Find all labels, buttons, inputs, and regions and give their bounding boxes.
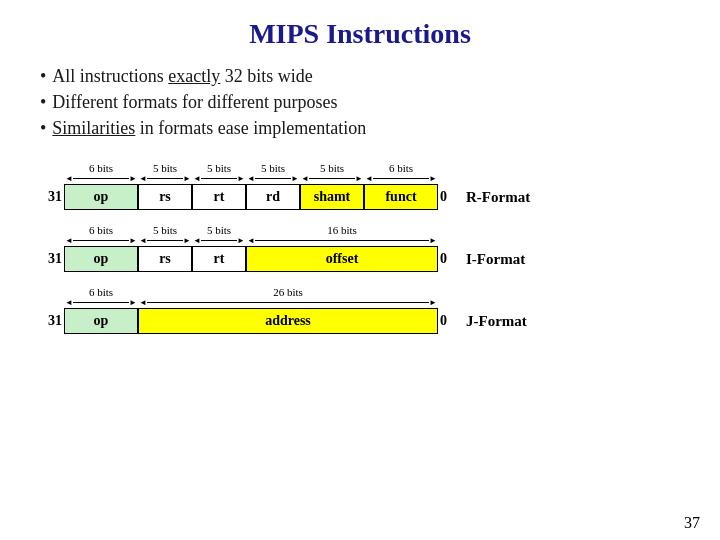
r-field-funct: funct bbox=[364, 184, 438, 210]
r-format-row: 6 bits ◄► 5 bits ◄► 5 bits ◄► bbox=[40, 162, 680, 210]
page-number: 37 bbox=[684, 514, 700, 532]
r-field-op: op bbox=[64, 184, 138, 210]
bullet-dot-1: • bbox=[40, 66, 46, 87]
bullet-text-2: Different formats for different purposes bbox=[52, 92, 337, 113]
r-num-0: 0 bbox=[440, 189, 456, 205]
i-field-rt: rt bbox=[192, 246, 246, 272]
r-bits-rd: 5 bits bbox=[261, 162, 285, 174]
page-title: MIPS Instructions bbox=[30, 18, 690, 50]
r-field-rt: rt bbox=[192, 184, 246, 210]
j-bits-op: 6 bits bbox=[89, 286, 113, 298]
bullet-text-1: All instructions exactly 32 bits wide bbox=[52, 66, 312, 87]
i-bits-op: 6 bits bbox=[89, 224, 113, 236]
r-bits-op: 6 bits bbox=[89, 162, 113, 174]
r-field-rs: rs bbox=[138, 184, 192, 210]
r-bits-shamt: 5 bits bbox=[320, 162, 344, 174]
i-bits-rt: 5 bits bbox=[207, 224, 231, 236]
i-format-fields: 31 op rs rt offset 0 I-Format bbox=[40, 246, 680, 272]
j-format-fields: 31 op address 0 J-Format bbox=[40, 308, 680, 334]
formats-area: 6 bits ◄► 5 bits ◄► 5 bits ◄► bbox=[40, 162, 680, 336]
r-format-label: R-Format bbox=[466, 189, 530, 206]
j-bits-address: 26 bits bbox=[273, 286, 303, 298]
j-num-0: 0 bbox=[440, 313, 456, 329]
i-num-31: 31 bbox=[40, 251, 62, 267]
r-field-rd: rd bbox=[246, 184, 300, 210]
r-bits-rt: 5 bits bbox=[207, 162, 231, 174]
j-format-label: J-Format bbox=[466, 313, 527, 330]
i-bits-offset: 16 bits bbox=[327, 224, 357, 236]
bullet-list: • All instructions exactly 32 bits wide … bbox=[30, 66, 690, 144]
i-num-0: 0 bbox=[440, 251, 456, 267]
bullet-text-3: Similarities in formats ease implementat… bbox=[52, 118, 366, 139]
bullet-dot-2: • bbox=[40, 92, 46, 113]
j-format-row: 6 bits ◄► 26 bits ◄► 31 op address 0 J-F… bbox=[40, 286, 680, 334]
i-field-rs: rs bbox=[138, 246, 192, 272]
r-bits-rs: 5 bits bbox=[153, 162, 177, 174]
r-bits-funct: 6 bits bbox=[389, 162, 413, 174]
r-field-shamt: shamt bbox=[300, 184, 364, 210]
i-bits-rs: 5 bits bbox=[153, 224, 177, 236]
bullet-underline-3: Similarities bbox=[52, 118, 135, 138]
j-num-31: 31 bbox=[40, 313, 62, 329]
i-format-label: I-Format bbox=[466, 251, 525, 268]
r-format-fields: 31 op rs rt rd shamt funct 0 R-Format bbox=[40, 184, 680, 210]
i-format-row: 6 bits ◄► 5 bits ◄► 5 bits ◄► bbox=[40, 224, 680, 272]
i-field-offset: offset bbox=[246, 246, 438, 272]
bullet-underline-1: exactly bbox=[168, 66, 220, 86]
bullet-dot-3: • bbox=[40, 118, 46, 139]
r-num-31: 31 bbox=[40, 189, 62, 205]
i-field-op: op bbox=[64, 246, 138, 272]
bullet-item-1: • All instructions exactly 32 bits wide bbox=[40, 66, 690, 87]
j-field-op: op bbox=[64, 308, 138, 334]
j-field-address: address bbox=[138, 308, 438, 334]
bullet-item-2: • Different formats for different purpos… bbox=[40, 92, 690, 113]
bullet-item-3: • Similarities in formats ease implement… bbox=[40, 118, 690, 139]
